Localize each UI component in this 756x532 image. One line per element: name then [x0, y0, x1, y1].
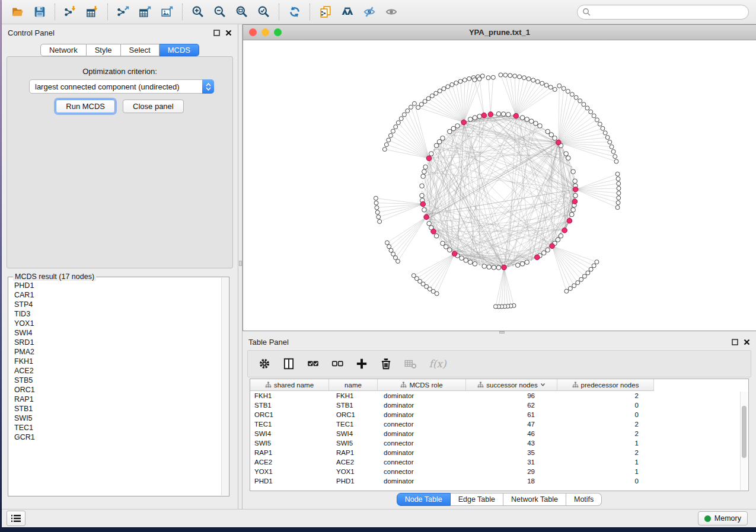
leaf-node[interactable] [615, 172, 620, 176]
table-cell[interactable]: dominator [378, 391, 466, 400]
result-node-item[interactable]: RAP1 [9, 395, 221, 404]
result-node-item[interactable]: PMA2 [9, 347, 221, 357]
network-node[interactable] [448, 129, 452, 134]
leaf-node[interactable] [396, 121, 400, 125]
table-cell[interactable]: dominator [378, 448, 466, 457]
leaf-node[interactable] [450, 83, 454, 87]
column-header-shared-name[interactable]: shared name [250, 379, 329, 390]
result-node-item[interactable]: SRD1 [9, 338, 221, 347]
leaf-node[interactable] [374, 196, 378, 200]
table-row[interactable]: ORC1ORC1dominator610 [250, 410, 748, 419]
vertical-splitter-grip[interactable] [239, 261, 242, 266]
network-node[interactable] [420, 184, 425, 188]
network-node[interactable] [455, 124, 460, 129]
leaf-node[interactable] [430, 94, 434, 98]
result-node-item[interactable]: ORC1 [9, 385, 221, 395]
table-cell[interactable]: 2 [557, 391, 654, 400]
show-details-button[interactable] [380, 2, 402, 22]
result-node-item[interactable]: STP4 [9, 300, 221, 309]
result-node-item[interactable]: SWI4 [9, 328, 221, 338]
leaf-node[interactable] [616, 177, 620, 181]
leaf-node[interactable] [535, 79, 540, 84]
network-node[interactable] [549, 133, 554, 137]
mcds-hub-node[interactable] [488, 112, 493, 117]
function-builder-button[interactable]: f(x) [428, 357, 448, 371]
table-cell[interactable]: 0 [557, 410, 654, 419]
network-node[interactable] [564, 152, 569, 156]
table-cell[interactable]: STB1 [250, 400, 329, 410]
tab-motifs[interactable]: Motifs [566, 493, 602, 506]
search-box[interactable] [577, 5, 749, 20]
leaf-node[interactable] [508, 73, 512, 78]
network-node[interactable] [473, 116, 477, 120]
table-cell[interactable]: TEC1 [250, 419, 329, 429]
table-cell[interactable]: 1 [557, 457, 654, 467]
network-titlebar[interactable]: YPA_prune.txt_1 [243, 25, 756, 40]
table-scrollbar-thumb[interactable] [742, 406, 747, 458]
mcds-hub-node[interactable] [567, 218, 572, 223]
table-cell[interactable]: FKH1 [329, 391, 378, 400]
network-node[interactable] [420, 193, 425, 198]
table-cell[interactable]: FKH1 [250, 391, 329, 400]
leaf-node[interactable] [614, 159, 618, 164]
leaf-node[interactable] [608, 140, 612, 144]
table-cell[interactable]: 0 [557, 400, 654, 410]
mcds-hub-node[interactable] [562, 227, 567, 233]
network-node[interactable] [515, 263, 520, 268]
leaf-node[interactable] [402, 113, 406, 117]
leaf-node[interactable] [544, 83, 548, 87]
leaf-node[interactable] [473, 78, 477, 82]
table-cell[interactable]: 61 [466, 410, 557, 419]
network-node[interactable] [473, 262, 477, 267]
zoom-fit-button[interactable] [231, 2, 253, 22]
add-row-button[interactable] [355, 357, 369, 371]
leaf-node[interactable] [412, 274, 416, 278]
network-node[interactable] [571, 169, 576, 174]
table-cell[interactable]: 0 [557, 476, 654, 486]
table-cell[interactable]: dominator [378, 476, 466, 486]
network-node[interactable] [571, 207, 576, 212]
table-cell[interactable]: 18 [466, 476, 557, 486]
network-node[interactable] [501, 112, 506, 117]
network-node[interactable] [434, 143, 439, 148]
leaf-node[interactable] [375, 206, 379, 210]
network-node[interactable] [422, 169, 427, 174]
mcds-hub-node[interactable] [452, 251, 457, 257]
network-node[interactable] [546, 129, 550, 134]
leaf-node[interactable] [467, 76, 471, 81]
tab-node-table[interactable]: Node Table [397, 493, 451, 506]
result-node-item[interactable]: GCR1 [9, 432, 221, 442]
leaf-node[interactable] [399, 117, 403, 121]
leaf-node[interactable] [419, 102, 423, 107]
window-zoom-icon[interactable] [274, 28, 282, 36]
network-node[interactable] [487, 265, 492, 270]
leaf-node[interactable] [564, 289, 569, 293]
table-cell[interactable]: connector [378, 419, 466, 429]
network-node[interactable] [546, 248, 550, 252]
network-node[interactable] [464, 258, 468, 263]
network-node[interactable] [538, 124, 543, 129]
network-node[interactable] [441, 241, 445, 246]
result-node-item[interactable]: TEC1 [9, 423, 221, 432]
network-node[interactable] [496, 265, 501, 270]
export-network-button[interactable] [112, 2, 134, 22]
leaf-node[interactable] [531, 78, 535, 82]
leaf-node[interactable] [616, 201, 620, 205]
table-row[interactable]: SWI4SWI4dominator462 [250, 429, 748, 438]
leaf-node[interactable] [601, 126, 605, 130]
search-input[interactable] [591, 8, 744, 16]
network-node[interactable] [441, 136, 445, 140]
leaf-node[interactable] [385, 241, 389, 245]
leaf-node[interactable] [582, 102, 586, 107]
table-cell[interactable]: dominator [378, 410, 466, 419]
leaf-node[interactable] [595, 118, 599, 122]
network-node[interactable] [541, 251, 546, 255]
export-image-button[interactable] [156, 2, 178, 22]
network-node[interactable] [566, 156, 571, 161]
column-header-successor-nodes[interactable]: successor nodes [466, 379, 557, 390]
network-node[interactable] [559, 233, 563, 238]
result-node-item[interactable]: ACE2 [9, 366, 221, 376]
delete-row-button[interactable] [379, 357, 393, 371]
delete-table-button[interactable] [403, 357, 417, 371]
leaf-node[interactable] [592, 264, 596, 268]
